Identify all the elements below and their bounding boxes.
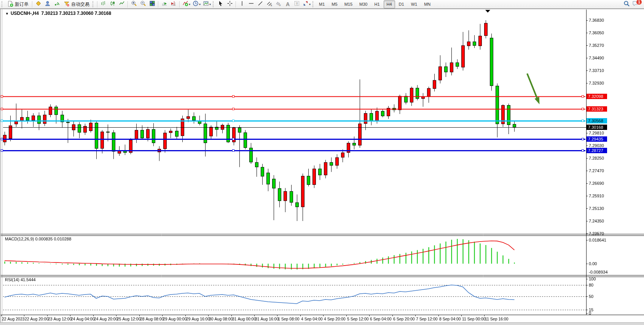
chat-button[interactable]: 1 xyxy=(631,0,640,8)
auto-scroll-icon xyxy=(161,0,167,8)
arrows-button[interactable]: ▾ xyxy=(301,0,312,8)
market-watch-icon xyxy=(35,0,41,8)
mt4-window: 新订单 自动交易 xyxy=(0,0,644,325)
timeframe-m1[interactable]: M1 xyxy=(316,0,328,8)
zoom-out-icon xyxy=(140,0,146,8)
timeframe-m15[interactable]: M15 xyxy=(341,0,355,8)
chart-title: ▼USDCNH-,H4 7.30213 7.30213 7.30060 7.30… xyxy=(5,11,111,16)
vertical-line-button[interactable] xyxy=(238,0,247,8)
cursor-icon xyxy=(218,0,224,8)
svg-text:T: T xyxy=(296,2,298,6)
toolbar-grip[interactable] xyxy=(2,1,4,7)
new-order-label: 新订单 xyxy=(15,1,29,8)
text-a-icon: A xyxy=(286,1,290,7)
chart-symbol-period: USDCNH-,H4 xyxy=(11,11,39,16)
clock-icon xyxy=(193,0,199,8)
fibonacci-button[interactable]: F xyxy=(274,0,283,8)
signal-icon xyxy=(54,0,60,8)
timeframe-h4[interactable]: H4 xyxy=(384,0,395,8)
dropdown-caret: ▾ xyxy=(209,3,211,6)
market-watch-button[interactable] xyxy=(34,0,43,8)
zoom-out-button[interactable] xyxy=(139,0,148,8)
periods-button[interactable]: ▾ xyxy=(191,0,202,8)
separator xyxy=(32,1,33,8)
crosshair-icon xyxy=(227,0,233,8)
text-button[interactable]: A xyxy=(283,0,292,8)
toolbar-grip[interactable] xyxy=(92,1,95,7)
dropdown-caret: ▾ xyxy=(189,3,190,6)
toolbar-grip[interactable] xyxy=(312,1,315,7)
new-order-icon xyxy=(7,1,13,8)
autotrading-label: 自动交易 xyxy=(71,1,89,8)
svg-text:E: E xyxy=(271,4,272,6)
timeframe-mn[interactable]: MN xyxy=(421,0,434,8)
new-order-button[interactable]: 新订单 xyxy=(5,0,31,8)
timeframe-bar: M1M5M15M30H1H4D1W1MN xyxy=(316,0,434,8)
cursor-button[interactable] xyxy=(216,0,225,8)
dropdown-caret: ▾ xyxy=(199,3,201,6)
templates-icon xyxy=(203,0,209,8)
terminal-button[interactable] xyxy=(52,0,61,8)
timeframe-m30[interactable]: M30 xyxy=(356,0,370,8)
toolbar-grip[interactable] xyxy=(213,1,215,7)
navigator-icon xyxy=(45,0,51,8)
trendline-icon xyxy=(257,0,263,8)
separator xyxy=(179,1,180,8)
navigator-button[interactable] xyxy=(43,0,52,8)
timeframe-d1[interactable]: D1 xyxy=(396,0,407,8)
autotrading-button[interactable]: 自动交易 xyxy=(61,0,92,8)
crosshair-button[interactable] xyxy=(225,0,234,8)
separator xyxy=(236,1,236,8)
separator xyxy=(128,1,128,8)
bar-chart-button[interactable] xyxy=(99,0,108,8)
horizontal-line-button[interactable] xyxy=(247,0,256,8)
svg-text:F: F xyxy=(279,4,281,6)
autotrading-icon xyxy=(64,1,70,8)
tile-windows-button[interactable] xyxy=(148,0,157,8)
text-label-icon: T xyxy=(294,0,300,8)
zoom-in-button[interactable] xyxy=(129,0,139,8)
search-icon xyxy=(623,0,630,8)
notification-badge: 1 xyxy=(636,0,642,5)
zoom-in-icon xyxy=(131,0,137,8)
auto-scroll-button[interactable] xyxy=(160,0,169,8)
chart-ohlc-values: 7.30213 7.30213 7.30060 7.30168 xyxy=(41,11,112,16)
arrows-icon xyxy=(303,0,309,8)
main-toolbar: 新订单 自动交易 xyxy=(0,0,644,9)
separator xyxy=(97,1,98,8)
trendline-button[interactable] xyxy=(256,0,265,8)
timeframe-w1[interactable]: W1 xyxy=(408,0,421,8)
candlestick-icon xyxy=(110,0,116,8)
separator xyxy=(158,1,159,8)
rsi-indicator-label: RSI(14) 41.5444 xyxy=(5,277,36,282)
indicators-button[interactable]: ▾ xyxy=(181,0,191,8)
horizontal-line-icon xyxy=(248,0,254,8)
chart-canvas[interactable] xyxy=(0,0,644,325)
indicators-icon xyxy=(182,0,188,8)
timeframe-h1[interactable]: H1 xyxy=(371,0,383,8)
chart-shift-button[interactable] xyxy=(169,0,178,8)
candlestick-chart-button[interactable] xyxy=(108,0,117,8)
bar-chart-icon xyxy=(100,0,107,8)
equidistant-channel-button[interactable]: E xyxy=(265,0,274,8)
line-chart-button[interactable] xyxy=(117,0,126,8)
macd-indicator-label: MACD(12,26,9) 0.000835 0.010288 xyxy=(5,237,71,241)
fibonacci-icon: F xyxy=(276,0,282,8)
search-button[interactable] xyxy=(622,0,631,8)
tile-windows-icon xyxy=(149,0,155,8)
timeframe-m5[interactable]: M5 xyxy=(328,0,340,8)
vertical-line-icon xyxy=(239,0,245,8)
dropdown-caret: ▾ xyxy=(309,3,311,6)
templates-button[interactable]: ▾ xyxy=(202,0,212,8)
channel-icon: E xyxy=(266,0,273,8)
text-label-button[interactable]: T xyxy=(292,0,301,8)
chart-menu-arrow-icon[interactable]: ▼ xyxy=(5,12,9,16)
line-chart-icon xyxy=(119,0,125,8)
chart-shift-icon xyxy=(171,0,177,8)
